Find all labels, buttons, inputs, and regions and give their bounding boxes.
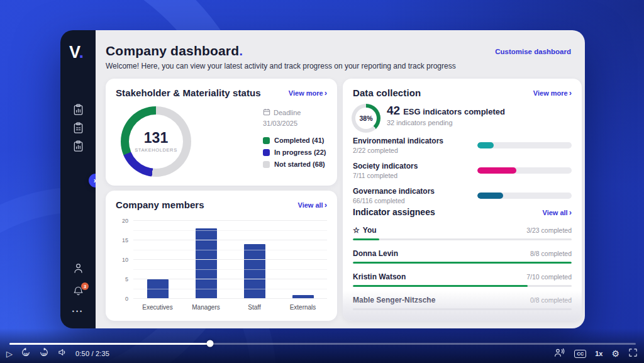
company-members-card: Company members View all› 05101520 — [106, 191, 337, 321]
app-logo[interactable]: V. — [69, 43, 84, 62]
star-icon: ☆ — [353, 226, 360, 235]
person-audio-icon — [554, 348, 565, 360]
progress-fill-environmental — [477, 142, 494, 148]
completed-count: 42 — [387, 104, 400, 118]
video-player: V. » — [0, 0, 644, 363]
title-accent-dot: . — [239, 43, 243, 58]
members-card-title: Company members — [116, 199, 204, 210]
closed-captions-button[interactable]: CC — [574, 350, 586, 358]
x-label-externals: Externals — [279, 304, 327, 311]
assignee-progress-track — [353, 285, 572, 287]
sidebar-nav — [60, 104, 96, 154]
calendar-icon — [263, 108, 270, 117]
data-collection-view-more-link[interactable]: View more› — [533, 88, 572, 98]
logo-dot: . — [79, 43, 84, 62]
page-header: Company dashboard. Welcome! Here, you ca… — [106, 43, 456, 70]
playback-speed-button[interactable]: 1x — [595, 350, 602, 357]
legend-swatch — [263, 161, 270, 168]
assignees-list: ☆You 3/23 completed Donna Levin 8/8 comp… — [353, 226, 572, 319]
indicator-row-governance: Governance indicators 66/116 completed — [353, 187, 572, 204]
progress-track — [477, 142, 572, 148]
page-title: Company dashboard. — [106, 43, 456, 59]
assignee-row-kristin-watson[interactable]: Kristin Watson 7/10 completed — [353, 272, 572, 287]
video-progress-fill — [9, 343, 210, 345]
assignee-progress-track — [353, 308, 572, 310]
indicator-progress-list: Environmental indicators 2/22 completed … — [353, 137, 572, 212]
data-collection-card: Data collection View more› 38% 42 ESG in… — [343, 79, 582, 321]
rewind-10-button[interactable]: 10 — [21, 347, 31, 360]
sidebar-item-analytics[interactable] — [72, 141, 84, 154]
notifications-button[interactable]: 3 — [72, 286, 84, 298]
indicator-row-environmental: Environmental indicators 2/22 completed — [353, 137, 572, 154]
stakeholder-card-title: Stakeholder & Materiality status — [116, 87, 261, 98]
donut-legend: Completed (41) In progress (22) Not star… — [263, 137, 326, 168]
assignee-progress-track — [353, 262, 572, 264]
dashboard-main: Company dashboard. Welcome! Here, you ca… — [96, 30, 585, 328]
video-progress-bar[interactable] — [9, 343, 636, 345]
progress-fill-governance — [477, 193, 503, 199]
legend-item-in-progress: In progress (22) — [263, 148, 326, 156]
x-label-executives: Executives — [133, 304, 182, 311]
bar-staff — [244, 244, 265, 299]
assignee-row-mable-senger-nitzsche[interactable]: Mable Senger-Nitzsche 0/8 completed — [353, 296, 572, 310]
donut-center: 131 STAKEHOLDERS — [129, 114, 183, 169]
person-icon — [72, 262, 84, 277]
x-label-staff: Staff — [230, 304, 279, 311]
audio-description-button[interactable] — [554, 348, 565, 360]
cc-icon: CC — [574, 350, 586, 358]
time-display: 0:50 / 2:35 — [75, 350, 109, 357]
legend-item-completed: Completed (41) — [263, 137, 326, 144]
more-options-button[interactable]: ••• — [72, 308, 84, 315]
settings-button[interactable]: ⚙ — [611, 349, 619, 358]
bar-chart-y-axis: 05101520 — [114, 221, 128, 299]
notification-badge: 3 — [81, 282, 89, 290]
x-label-managers: Managers — [182, 304, 230, 311]
chevron-right-icon: › — [325, 88, 327, 98]
sidebar-item-reports[interactable] — [72, 104, 84, 117]
chevron-right-icon: › — [569, 208, 572, 217]
members-view-all-link[interactable]: View all› — [298, 200, 328, 209]
clipboard-list-icon — [72, 122, 84, 137]
ellipsis-icon: ••• — [72, 308, 84, 315]
data-collection-title: Data collection — [353, 87, 421, 98]
assignee-row-donna-levin[interactable]: Donna Levin 8/8 completed — [353, 249, 572, 264]
legend-swatch — [263, 137, 270, 144]
gear-icon: ⚙ — [611, 349, 619, 358]
pending-label: 32 indicators pending — [387, 119, 505, 126]
svg-text:10: 10 — [42, 352, 47, 356]
bar-group — [133, 221, 327, 299]
assignee-progress-fill — [353, 262, 572, 264]
stakeholder-count-caption: STAKEHOLDERS — [135, 147, 177, 153]
assignees-header: Indicator assignees View all› — [353, 207, 572, 217]
sidebar-bottom-nav: 3 ••• — [60, 263, 96, 315]
completed-label: ESG indicators completed — [403, 107, 505, 116]
deadline-date: 31/03/2025 — [263, 120, 301, 127]
fullscreen-button[interactable] — [628, 348, 638, 360]
page-subtitle: Welcome! Here, you can view your latest … — [106, 62, 456, 70]
volume-button[interactable] — [57, 347, 67, 360]
bar-executives — [147, 279, 169, 299]
customise-dashboard-link[interactable]: Customise dashboard — [495, 48, 571, 55]
rewind-10-icon: 10 — [21, 347, 31, 360]
video-controls: ▷ 10 10 0:50 / 2:35 — [6, 346, 638, 361]
clipboard-chart-icon — [72, 104, 84, 118]
stakeholder-view-more-link[interactable]: View more› — [289, 88, 327, 98]
speaker-icon — [57, 347, 67, 360]
assignee-progress-track — [353, 238, 572, 240]
assignees-title: Indicator assignees — [353, 207, 435, 217]
svg-text:10: 10 — [24, 352, 28, 356]
chevron-right-icon: › — [569, 88, 572, 98]
profile-button[interactable] — [72, 263, 84, 276]
deadline-label: Deadline — [274, 109, 301, 116]
stakeholder-donut-chart: 131 STAKEHOLDERS — [121, 106, 191, 177]
progress-track — [477, 193, 572, 199]
assignee-row-you[interactable]: ☆You 3/23 completed — [353, 226, 572, 240]
bar-chart-plot-area — [133, 221, 327, 299]
forward-10-button[interactable]: 10 — [39, 347, 49, 360]
play-icon: ▷ — [6, 350, 13, 358]
play-button[interactable]: ▷ — [6, 350, 13, 358]
sidebar-item-tasks[interactable] — [72, 123, 84, 135]
gauge-percent: 38% — [355, 108, 377, 129]
assignees-view-all-link[interactable]: View all› — [543, 208, 572, 217]
assignee-progress-fill — [353, 285, 528, 287]
